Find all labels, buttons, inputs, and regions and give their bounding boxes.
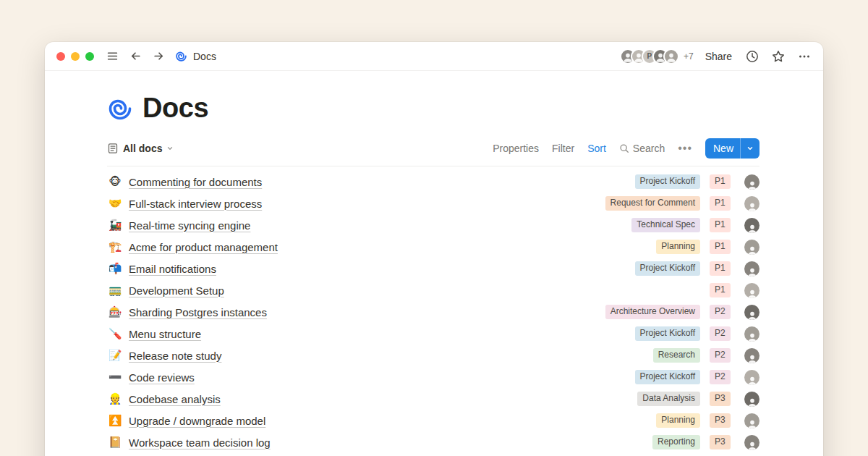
doc-avatar-column (744, 196, 760, 211)
favorite-star-icon[interactable] (771, 49, 786, 64)
doc-row[interactable]: 🪛 Menu structure Project Kickoff P2 (107, 323, 760, 345)
doc-title[interactable]: Code reviews (129, 371, 195, 384)
new-button[interactable]: New (705, 138, 760, 159)
doc-title[interactable]: Acme for product management (129, 241, 278, 253)
doc-priority[interactable]: P3 (710, 392, 731, 406)
doc-priority[interactable]: P2 (710, 305, 731, 319)
assignee-avatar[interactable] (744, 413, 760, 428)
doc-row[interactable]: 📬 Email notifications Project Kickoff P1 (107, 258, 760, 279)
doc-emoji-icon: 🎰 (107, 307, 123, 318)
filter-button[interactable]: Filter (552, 143, 574, 154)
assignee-avatar[interactable] (744, 392, 760, 407)
search-button[interactable]: Search (619, 143, 665, 154)
assignee-avatar[interactable] (744, 283, 760, 298)
doc-priority[interactable]: P2 (710, 348, 731, 363)
doc-priority-column: P1 (710, 261, 736, 276)
doc-row[interactable]: 👷 Codebase analysis Data Analysis P3 (107, 388, 760, 410)
doc-priority[interactable]: P1 (710, 261, 731, 276)
doc-tag-column: Reporting (652, 435, 700, 449)
doc-tag[interactable]: Reporting (652, 435, 700, 449)
doc-row[interactable]: 🐵 Commenting for documents Project Kicko… (107, 171, 760, 193)
sidebar-menu-icon[interactable] (106, 50, 119, 63)
doc-tag[interactable]: Architecture Overview (605, 305, 700, 319)
doc-title[interactable]: Sharding Postgres instances (129, 306, 267, 318)
doc-priority[interactable]: P2 (710, 370, 731, 384)
toolbar-more-icon[interactable]: ••• (678, 143, 692, 154)
assignee-avatar[interactable] (744, 326, 760, 342)
doc-priority[interactable]: P1 (710, 174, 731, 189)
doc-tag[interactable]: Project Kickoff (635, 326, 700, 341)
doc-priority[interactable]: P2 (710, 326, 731, 341)
assignee-avatar[interactable] (744, 240, 760, 255)
assignee-avatar[interactable] (744, 218, 760, 233)
assignee-avatar[interactable] (744, 348, 760, 363)
doc-row[interactable]: ⏫ Upgrade / downgrade model Planning P3 (107, 410, 760, 431)
doc-title[interactable]: Real-time syncing engine (129, 219, 250, 232)
doc-row[interactable]: 🐤 Performance feedback Research P3 (107, 453, 760, 456)
user-avatar[interactable] (663, 48, 679, 64)
doc-tag[interactable]: Request for Comment (605, 196, 700, 211)
doc-priority-column: P3 (710, 413, 736, 428)
sort-button[interactable]: Sort (587, 143, 606, 154)
properties-button[interactable]: Properties (493, 143, 539, 154)
doc-priority-column: P1 (710, 174, 736, 189)
assignee-avatar[interactable] (744, 174, 760, 190)
doc-row[interactable]: 🏗️ Acme for product management Planning … (107, 236, 760, 258)
assignee-avatar[interactable] (744, 305, 760, 320)
doc-row[interactable]: 🚂 Real-time syncing engine Technical Spe… (107, 214, 760, 236)
close-window-button[interactable] (56, 52, 65, 61)
doc-row[interactable]: 📔 Workspace team decision log Reporting … (107, 431, 760, 453)
zoom-window-button[interactable] (85, 52, 94, 61)
doc-avatar-column (744, 348, 760, 363)
doc-priority-column: P1 (710, 196, 736, 211)
assignee-avatar[interactable] (744, 435, 760, 450)
doc-priority-column: P3 (710, 392, 736, 406)
app-window: Docs P +7 Share Docs (45, 42, 823, 456)
doc-title[interactable]: Workspace team decision log (129, 436, 271, 449)
doc-priority[interactable]: P3 (710, 435, 731, 449)
doc-row[interactable]: 📝 Release note study Research P2 (107, 345, 760, 366)
doc-priority[interactable]: P1 (710, 283, 731, 297)
doc-title[interactable]: Codebase analysis (129, 393, 221, 405)
doc-row[interactable]: 🎰 Sharding Postgres instances Architectu… (107, 301, 760, 323)
doc-tag[interactable]: Technical Spec (631, 218, 700, 232)
titlebar-avatar-stack[interactable]: P (620, 48, 679, 64)
view-switcher[interactable]: All docs (107, 143, 174, 154)
doc-tag[interactable]: Project Kickoff (635, 261, 700, 276)
doc-emoji-icon: 📝 (107, 350, 123, 361)
doc-priority[interactable]: P1 (710, 196, 731, 211)
doc-tag[interactable]: Project Kickoff (635, 174, 700, 189)
doc-tag-column: Project Kickoff (635, 261, 700, 276)
doc-tag-column: Project Kickoff (635, 370, 700, 384)
share-button[interactable]: Share (705, 51, 732, 62)
doc-row[interactable]: 🚃 Development Setup P1 (107, 279, 760, 301)
new-dropdown-icon[interactable] (741, 145, 760, 152)
doc-title[interactable]: Commenting for documents (129, 176, 262, 188)
doc-tag-column: Research (653, 348, 700, 363)
doc-title[interactable]: Full-stack interview process (129, 198, 262, 210)
doc-priority[interactable]: P1 (710, 240, 731, 254)
doc-title[interactable]: Development Setup (129, 284, 224, 297)
assignee-avatar[interactable] (744, 261, 760, 276)
doc-tag[interactable]: Project Kickoff (635, 370, 700, 384)
doc-tag[interactable]: Data Analysis (637, 392, 700, 406)
doc-priority[interactable]: P3 (710, 413, 731, 428)
forward-icon[interactable] (152, 50, 165, 63)
assignee-avatar[interactable] (744, 370, 760, 385)
doc-title[interactable]: Email notifications (129, 263, 216, 275)
doc-row[interactable]: 🤝 Full-stack interview process Request f… (107, 193, 760, 214)
back-icon[interactable] (129, 50, 142, 63)
doc-tag[interactable]: Planning (656, 413, 700, 428)
doc-title[interactable]: Menu structure (129, 328, 201, 340)
doc-title[interactable]: Release note study (129, 350, 221, 362)
assignee-avatar[interactable] (744, 196, 760, 211)
doc-tag[interactable]: Planning (656, 240, 700, 254)
history-clock-icon[interactable] (745, 49, 760, 64)
doc-priority[interactable]: P1 (710, 218, 731, 232)
doc-tag[interactable]: Research (653, 348, 700, 363)
doc-row[interactable]: ➖ Code reviews Project Kickoff P2 (107, 366, 760, 388)
doc-title[interactable]: Upgrade / downgrade model (129, 415, 265, 427)
doc-tag-column: Data Analysis (637, 392, 700, 406)
more-options-icon[interactable] (797, 49, 812, 64)
minimize-window-button[interactable] (71, 52, 80, 61)
